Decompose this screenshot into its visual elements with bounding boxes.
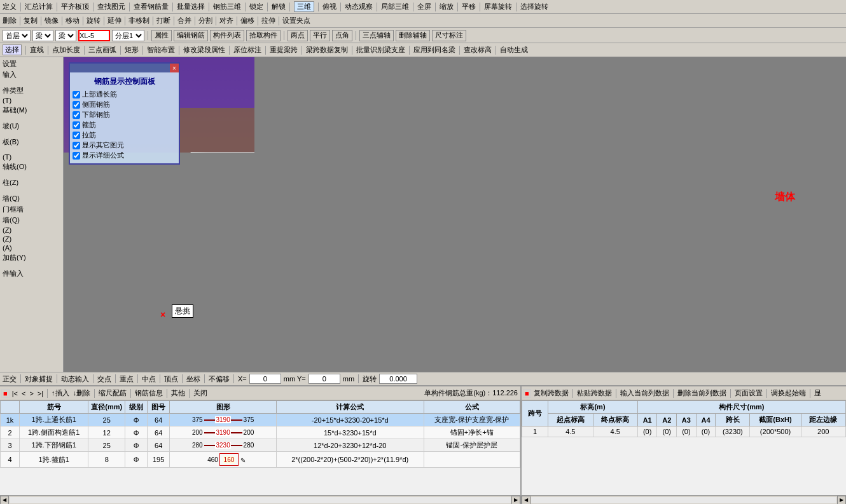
sidebar-input[interactable]: 输入 [1,69,62,80]
table-panel-close-btn[interactable]: ■ [1,389,10,398]
toolbar2-btn-setgrip[interactable]: 设置夹点 [282,16,310,25]
3d-viewport[interactable]: × 钢筋显示控制面板 上部通长筋 侧面钢筋 下部钢筋 箍筋 拉筋 [64,57,846,372]
sidebar-wall[interactable]: 墙(Q) [1,193,62,204]
toolbar2-btn-align[interactable]: 对齐 [219,16,233,25]
toolbar1-btn-unlock[interactable]: 解锁 [272,2,286,11]
chk-side-bar[interactable] [73,101,80,109]
toolbar2-btn-nonmove[interactable]: 非移制 [128,16,149,25]
chk-top-bar[interactable] [73,91,80,99]
floor-select[interactable]: 首层 [3,30,31,41]
toolbar1-btn-calc[interactable]: 汇总计算 [25,2,53,11]
right-hscrollbar[interactable]: ◀ ▶ [522,495,846,504]
toolbar4-rect-btn[interactable]: 矩形 [125,45,139,55]
toolbar2-btn-del[interactable]: 删除 [3,16,17,25]
panel-opt-tieup[interactable]: 拉筋 [73,130,176,140]
pick-comp-btn[interactable]: 拾取构件 [246,30,281,41]
toolbar1-btn-rebar3d[interactable]: 钢筋三维 [213,2,241,11]
del-col-btn[interactable]: 删除当前列数据 [676,388,728,398]
table-row[interactable]: 4 1跨.箍筋1 8 Φ 195 460 160 ✎ [1,452,520,468]
toolbar1-btn-align[interactable]: 平齐板顶 [61,2,89,11]
status-intersect[interactable]: 交点 [97,374,111,384]
toolbar2-btn-copy[interactable]: 复制 [24,16,38,25]
y-coord-input[interactable]: 0 [309,374,340,384]
input-col-btn[interactable]: 输入当前列数据 [619,388,670,398]
beam-id-input[interactable]: XL-5 [78,30,110,41]
sidebar-b[interactable]: 板(B) [1,137,62,147]
x-coord-input[interactable]: 0 [249,374,281,384]
panel-opt-other-elem[interactable]: 显示其它图元 [73,140,176,150]
two-pt-btn[interactable]: 两点 [288,30,308,41]
sidebar-foundation[interactable]: 基础(M) [1,105,62,116]
toolbar4-arc-btn[interactable]: 三点画弧 [88,45,116,55]
toolbar4-batchid-btn[interactable]: 批量识别梁支座 [356,45,405,55]
copy-span-btn[interactable]: 复制跨数据 [532,388,570,398]
close-panel-btn[interactable]: 关闭 [192,388,209,398]
panel-opt-side[interactable]: 侧面钢筋 [73,100,176,109]
reduce-btn[interactable]: 缩尺配筋 [97,388,128,398]
toolbar4-annot-btn[interactable]: 原位标注 [233,45,261,55]
scroll-right-btn[interactable]: ▶ [511,496,520,505]
scroll-track[interactable] [10,497,511,503]
toolbar4-copyspan-btn[interactable]: 梁跨数据复制 [306,45,348,55]
toolbar2-btn-stretch[interactable]: 拉伸 [261,16,275,25]
toolbar1-btn-selectrot[interactable]: 选择旋转 [520,2,548,11]
toolbar2-btn-extend[interactable]: 延伸 [107,16,121,25]
layer-select[interactable]: 分层1 [112,30,144,41]
sidebar-type[interactable]: 件类型 [1,85,62,96]
toolbar1-btn-3d[interactable]: 三维 [294,1,314,12]
sidebar-settings[interactable]: 设置 [1,58,62,69]
table-row[interactable]: 1k 1跨.上通长筋1 25 Φ 64 375 3190 375 [1,414,520,426]
sidebar-doorwall[interactable]: 门框墙 [1,204,62,215]
sidebar-addbar[interactable]: 加筋(Y) [1,252,62,263]
status-nooffset[interactable]: 不偏移 [209,374,230,384]
chk-stirrup[interactable] [73,121,80,129]
edit-rebar-btn[interactable]: 编辑钢筋 [174,30,208,41]
3aux-btn[interactable]: 三点辅轴 [359,30,394,41]
parallel-btn[interactable]: 平行 [310,30,330,41]
status-midpoint[interactable]: 中点 [142,374,156,384]
chk-tieup[interactable] [73,132,80,139]
status-toppoint[interactable]: 顶点 [164,374,178,384]
panel-close-btn[interactable]: × [170,64,179,72]
toolbar4-smart-btn[interactable]: 智能布置 [147,45,175,55]
toolbar4-auto-btn[interactable]: 自动生成 [500,45,528,55]
sidebar-t2[interactable]: (T) [1,153,62,161]
del-aux-btn[interactable]: 删除辅轴 [396,30,430,41]
scroll-left-btn[interactable]: ◀ [0,496,9,505]
del-row-btn[interactable]: ↓删除 [72,388,92,398]
panel-opt-formula[interactable]: 显示详细公式 [73,151,176,160]
toolbar1-btn-fullscreen[interactable]: 全屏 [417,2,431,11]
table-row[interactable]: 2 1跨.侧面构造筋1 12 Φ 64 200 3190 200 [1,426,520,439]
sidebar-col[interactable]: 柱(Z) [1,177,62,188]
chk-other-elem[interactable] [73,142,80,149]
toolbar2-btn-break[interactable]: 打断 [156,16,170,25]
status-dyn-input[interactable]: 动态输入 [61,374,89,384]
toolbar2-btn-merge[interactable]: 合并 [177,16,191,25]
toolbar1-btn-batch[interactable]: 批量选择 [177,2,205,11]
props-row[interactable]: 1 4.5 4.5 (0) (0) (0) (0) (3230) (200*50… [522,426,846,437]
sidebar-axis[interactable]: 轴线(O) [1,161,62,172]
panel-opt-stirrup[interactable]: 箍筋 [73,120,176,130]
toolbar4-select-btn[interactable]: 选择 [3,44,22,55]
right-extra-btn[interactable]: 显 [813,388,822,398]
toolbar1-btn-local3d[interactable]: 局部三维 [381,2,409,11]
right-panel-close-btn[interactable]: ■ [523,389,531,398]
toolbar1-btn-def[interactable]: 定义 [3,2,17,11]
dim-btn[interactable]: 尺寸标注 [432,30,466,41]
status-endpoint[interactable]: 重点 [120,374,134,384]
right-scroll-right-btn[interactable]: ▶ [837,496,846,505]
status-orthogonal[interactable]: 正交 [3,374,17,384]
nav-first-btn[interactable]: |< [11,390,19,397]
rebar-info-btn[interactable]: 钢筋信息 [134,388,164,398]
toolbar4-line-btn[interactable]: 直线 [30,45,44,55]
chk-bottom-bar[interactable] [73,111,80,119]
status-coord[interactable]: 坐标 [186,374,200,384]
toolbar2-btn-move[interactable]: 移动 [66,16,80,25]
props-scroll[interactable]: 跨号 标高(m) 构件尺寸(mm) 起点标高 终点标高 A1 A2 A3 A4 … [522,400,846,495]
sidebar-z2[interactable]: (Z) [1,226,62,235]
swap-start-btn[interactable]: 调换起始端 [770,388,807,398]
toolbar1-btn-zoom[interactable]: 缩放 [440,2,454,11]
comp-list-btn[interactable]: 构件列表 [210,30,244,41]
toolbar1-btn-topview[interactable]: 俯视 [322,2,336,11]
toolbar1-btn-pan[interactable]: 平移 [462,2,476,11]
